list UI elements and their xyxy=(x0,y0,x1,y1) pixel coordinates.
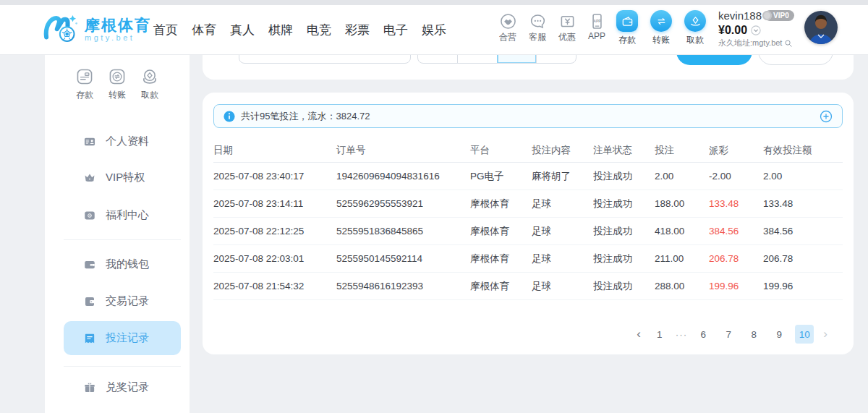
header-promo-button[interactable]: 优惠 xyxy=(556,12,579,43)
nav-item-home[interactable]: 首页 xyxy=(153,19,178,41)
sidebar-item-vip[interactable]: VIP特权 xyxy=(64,161,181,195)
table-header-row: 日期订单号平台投注内容注单状态投注派彩有效投注额 xyxy=(213,138,843,163)
nav-item-slots[interactable]: 电子 xyxy=(383,19,408,41)
sidebar-divider xyxy=(64,239,181,240)
cell-order: 5255948616192393 xyxy=(336,281,470,291)
transfer-icon xyxy=(650,10,672,32)
cell-platform: 摩根体育 xyxy=(470,280,532,293)
cell-status: 投注成功 xyxy=(593,252,655,265)
nav-item-sports[interactable]: 体育 xyxy=(192,19,216,41)
main-nav: 首页体育真人棋牌电竞彩票电子娱乐 xyxy=(153,5,446,54)
sidebar-item-redeem-records-label: 兑奖记录 xyxy=(106,380,149,394)
cell-date: 2025-07-08 21:54:32 xyxy=(213,281,336,291)
sidebar-item-wallet[interactable]: 我的钱包 xyxy=(64,247,181,281)
cell-content: 足球 xyxy=(532,197,593,210)
nav-item-esports[interactable]: 电竞 xyxy=(307,19,331,41)
cell-status: 投注成功 xyxy=(593,197,655,210)
sidebar-withdraw-button[interactable]: 取款 xyxy=(140,67,159,101)
svg-text:APP: APP xyxy=(593,19,601,23)
cell-bet: 211.00 xyxy=(655,253,709,264)
table-body: 2025-07-08 23:40:171942609694094831616PG… xyxy=(213,163,843,300)
expand-summary-icon[interactable] xyxy=(820,110,833,123)
balance-dropdown-icon[interactable] xyxy=(751,25,761,35)
cell-payout: 384.56 xyxy=(709,226,763,237)
page-10-button[interactable]: 10 xyxy=(795,325,814,344)
cell-valid: 384.56 xyxy=(763,226,843,237)
header-partner-button[interactable]: 合营 xyxy=(496,12,519,43)
avatar[interactable] xyxy=(804,11,838,44)
logo-icon xyxy=(42,11,80,48)
cell-status: 投注成功 xyxy=(593,170,655,183)
sidebar-item-bet-records-label: 投注记录 xyxy=(106,331,149,345)
cell-date: 2025-07-08 22:12:25 xyxy=(213,226,336,237)
sidebar-item-transactions[interactable]: 交易记录 xyxy=(64,284,181,318)
cell-date: 2025-07-08 23:40:17 xyxy=(213,171,336,182)
sidebar-divider xyxy=(64,366,181,367)
brand-domain: mgty.bet xyxy=(85,33,151,43)
cell-platform: 摩根体育 xyxy=(470,225,532,238)
page-ellipsis[interactable]: ··· xyxy=(676,329,688,340)
sidebar-item-bet-records[interactable]: 投注记录 xyxy=(64,321,181,355)
nav-item-live-casino[interactable]: 真人 xyxy=(230,19,255,41)
vip-medal-icon xyxy=(762,11,772,20)
benefits-icon xyxy=(83,209,96,222)
app-icon: APP xyxy=(588,12,606,30)
brand-logo[interactable]: 摩根体育 mgty.bet xyxy=(42,5,151,54)
brand-name: 摩根体育 xyxy=(85,17,151,33)
header-deposit-label: 存款 xyxy=(618,34,636,46)
pagination: ‹1···678910› xyxy=(634,325,830,344)
bet-records-table: 日期订单号平台投注内容注单状态投注派彩有效投注额 2025-07-08 23:4… xyxy=(213,138,843,300)
next-page-button[interactable]: › xyxy=(820,325,830,344)
sidebar-item-redeem-records[interactable]: 兑奖记录 xyxy=(64,370,181,404)
prev-page-button[interactable]: ‹ xyxy=(634,325,644,344)
address-line: 永久地址:mgty.bet xyxy=(718,38,804,48)
sidebar-deposit-button[interactable]: 存款 xyxy=(75,67,94,101)
id-card-icon xyxy=(83,135,96,148)
cell-bet: 188.00 xyxy=(655,198,709,209)
sidebar-item-benefits[interactable]: 福利中心 xyxy=(64,198,181,232)
header-support-button[interactable]: 客服 xyxy=(526,12,549,43)
page-8-button[interactable]: 8 xyxy=(744,325,763,344)
header-app-label: APP xyxy=(588,31,605,41)
table-row: 2025-07-08 23:14:115255962955553921摩根体育足… xyxy=(213,190,843,218)
address-search-icon[interactable] xyxy=(784,39,793,48)
info-icon xyxy=(224,111,235,122)
balance: ¥0.00 xyxy=(718,24,747,37)
cell-content: 足球 xyxy=(532,280,593,293)
page-7-button[interactable]: 7 xyxy=(719,325,738,344)
crown-icon xyxy=(83,171,96,184)
table-row: 2025-07-08 21:54:325255948616192393摩根体育足… xyxy=(213,273,843,300)
cell-platform: 摩根体育 xyxy=(470,252,532,265)
cell-bet: 288.00 xyxy=(655,281,709,291)
cell-content: 麻将胡了 xyxy=(532,170,593,183)
sidebar-item-profile-label: 个人资料 xyxy=(106,135,149,148)
page-9-button[interactable]: 9 xyxy=(770,325,788,344)
nav-item-board-games[interactable]: 棋牌 xyxy=(268,19,293,41)
page-1-button[interactable]: 1 xyxy=(650,325,669,344)
username: kevin188 xyxy=(718,9,762,22)
nav-item-lottery[interactable]: 彩票 xyxy=(345,19,370,41)
header-wallet-actions: 存款转账取款 xyxy=(616,10,707,46)
cell-order: 5255950145592114 xyxy=(336,253,470,264)
cell-bet: 418.00 xyxy=(655,226,709,237)
table-row: 2025-07-08 22:03:015255950145592114摩根体育足… xyxy=(213,245,843,273)
sidebar-withdraw-label: 取款 xyxy=(141,89,158,101)
balance-line: ¥0.00 xyxy=(718,23,804,37)
user-block[interactable]: kevin188 VIP0 ¥0.00 永久地址:mgty.bet xyxy=(718,9,804,48)
header-transfer-button[interactable]: 转账 xyxy=(650,10,673,46)
header-withdraw-button[interactable]: 取款 xyxy=(684,10,707,46)
partner-icon xyxy=(499,12,517,30)
vip-label: VIP0 xyxy=(773,12,789,20)
deposit-icon xyxy=(75,67,94,86)
nav-item-entertainment[interactable]: 娱乐 xyxy=(422,19,446,41)
column-header-1: 日期 xyxy=(213,144,336,157)
header-app-button[interactable]: APPAPP xyxy=(585,12,608,43)
header-deposit-button[interactable]: 存款 xyxy=(616,10,639,46)
cell-payout: 199.96 xyxy=(709,281,763,291)
cell-order: 5255951836845865 xyxy=(336,226,470,237)
header-promo-label: 优惠 xyxy=(558,31,576,43)
sidebar-item-profile[interactable]: 个人资料 xyxy=(64,124,181,158)
deposit-icon xyxy=(616,10,638,32)
sidebar-transfer-button[interactable]: 转账 xyxy=(108,67,127,101)
page-6-button[interactable]: 6 xyxy=(694,325,712,344)
